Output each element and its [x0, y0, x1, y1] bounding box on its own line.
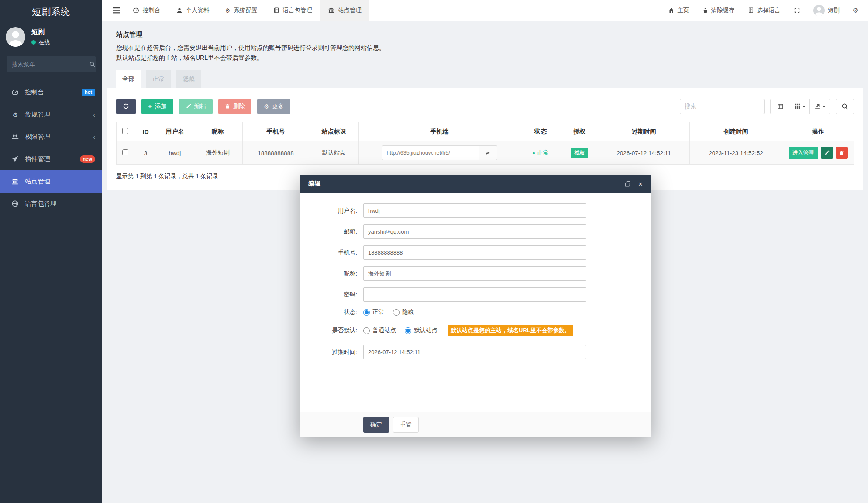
search-icon[interactable] — [89, 61, 96, 68]
hot-badge: hot — [82, 89, 95, 96]
tab-profile[interactable]: 个人资料 — [169, 0, 217, 21]
cell-status: ●正常 — [520, 141, 561, 165]
cell-site-flag: 默认站点 — [309, 141, 359, 165]
maximize-icon[interactable] — [625, 181, 631, 187]
view-button-group — [770, 99, 830, 114]
refresh-icon — [123, 103, 129, 110]
status-label: 状态: — [300, 308, 363, 316]
confirm-button[interactable]: 确定 — [363, 417, 389, 433]
username-field[interactable] — [363, 203, 586, 218]
sidebar-item-plugins[interactable]: 插件管理 new — [0, 148, 102, 170]
chevron-left-icon: ‹ — [93, 134, 95, 141]
sidebar-item-sites[interactable]: 站点管理 — [0, 170, 102, 193]
edit-modal: 编辑 – × 用户名: 邮箱: 手机号: 昵称: — [300, 175, 651, 437]
default-radio-default[interactable] — [405, 327, 411, 334]
close-icon[interactable]: × — [638, 180, 643, 188]
row-checkbox[interactable] — [122, 149, 128, 155]
page-title: 站点管理 — [116, 31, 854, 39]
user-icon — [176, 7, 183, 14]
pencil-icon — [824, 150, 830, 155]
email-field[interactable] — [363, 224, 586, 239]
tab-langpack[interactable]: 语言包管理 — [265, 0, 320, 21]
modal-window-controls: – × — [614, 180, 643, 188]
field-row-default: 是否默认: 普通站点 默认站点 默认站点是您的主站，域名URL里不会带参数。 — [300, 325, 651, 336]
modal-header[interactable]: 编辑 – × — [300, 175, 651, 193]
search-submit-button[interactable] — [836, 99, 854, 114]
settings-menu[interactable]: ⚙ — [853, 7, 858, 14]
more-button[interactable]: ⚙ 更多 — [257, 99, 291, 114]
row-edit-button[interactable] — [821, 147, 833, 159]
app-root: 短剧系统 短剧 在线 控制台 hot ⚙ 常规管理 — [0, 0, 868, 503]
auth-badge[interactable]: 授权 — [571, 148, 588, 158]
sites-table: ID 用户名 昵称 手机号 站点标识 手机端 状态 授权 过期时间 创建时间 操… — [116, 122, 854, 165]
cogs-icon: ⚙ — [11, 111, 19, 118]
reset-button[interactable]: 重置 — [393, 417, 419, 433]
username-label: 用户名: — [300, 207, 363, 215]
tab-dashboard[interactable]: 控制台 — [125, 0, 169, 21]
select-all-checkbox[interactable] — [122, 128, 128, 134]
add-button[interactable]: + 添加 — [141, 99, 173, 114]
sidebar-item-dashboard[interactable]: 控制台 hot — [0, 81, 102, 103]
sidebar-item-general[interactable]: ⚙ 常规管理 ‹ — [0, 103, 102, 126]
field-row-status: 状态: 正常 隐藏 — [300, 308, 651, 316]
home-icon — [668, 7, 675, 14]
nav-username: 短剧 — [828, 7, 840, 14]
sidebar-search — [7, 56, 96, 72]
expire-time-field[interactable] — [363, 345, 586, 359]
sidebar-search-input[interactable] — [12, 61, 89, 68]
fullscreen-toggle[interactable] — [794, 7, 800, 14]
status-option-normal[interactable]: 正常 — [363, 308, 384, 316]
default-option-ordinary[interactable]: 普通站点 — [363, 327, 396, 334]
filter-tab-all[interactable]: 全部 — [116, 70, 141, 88]
cell-operations: 进入管理 — [782, 141, 854, 165]
phone-field[interactable] — [363, 245, 586, 260]
language-book-icon — [748, 7, 754, 14]
field-row-password: 密码: — [300, 287, 651, 302]
field-row-nickname: 昵称: — [300, 266, 651, 281]
export-icon — [814, 103, 820, 109]
status-radio-normal[interactable] — [363, 309, 370, 316]
panel-header: 站点管理 您现在是在超管后台，您需要退出当前用户，使用站点的账号密码进行登录则可… — [107, 31, 863, 62]
minimize-icon[interactable]: – — [614, 181, 618, 187]
mobile-url-input[interactable] — [382, 145, 479, 160]
home-link[interactable]: 主页 — [668, 7, 689, 14]
cell-expire-time: 2026-07-12 14:52:11 — [598, 141, 690, 165]
modal-footer: 确定 重置 — [300, 412, 651, 437]
table-row: 3 hwdj 海外短剧 18888888888 默认站点 — [117, 141, 854, 165]
nickname-field[interactable] — [363, 266, 586, 281]
password-field[interactable] — [363, 287, 586, 302]
default-option-default[interactable]: 默认站点 — [405, 327, 437, 334]
sidebar-user-block: 短剧 在线 — [0, 24, 102, 52]
trash-icon — [225, 103, 230, 109]
status-dot-icon: ● — [532, 150, 535, 155]
table-view-button[interactable] — [771, 99, 790, 114]
choose-language-link[interactable]: 选择语言 — [748, 7, 781, 14]
status-radio-hidden[interactable] — [393, 309, 400, 316]
delete-button[interactable]: 删除 — [218, 99, 251, 114]
trash-icon — [839, 150, 844, 155]
clear-cache-link[interactable]: 清除缓存 — [703, 7, 735, 14]
filter-tab-normal[interactable]: 正常 — [146, 70, 171, 88]
table-toolbar: + 添加 编辑 删除 ⚙ 更多 — [116, 99, 854, 114]
nav-user[interactable]: 短剧 — [813, 5, 840, 16]
status-option-hidden[interactable]: 隐藏 — [393, 308, 414, 316]
tab-sites[interactable]: 站点管理 — [320, 0, 369, 21]
hamburger-icon[interactable] — [107, 0, 125, 21]
filter-tabs: 全部 正常 隐藏 — [116, 70, 863, 88]
table-search-input[interactable] — [680, 99, 765, 114]
refresh-button[interactable] — [116, 99, 136, 114]
row-delete-button[interactable] — [836, 147, 848, 159]
columns-button[interactable] — [790, 99, 810, 114]
export-button[interactable] — [810, 99, 830, 114]
copy-link-button[interactable] — [479, 145, 497, 160]
modal-title: 编辑 — [308, 180, 320, 188]
enter-manage-button[interactable]: 进入管理 — [789, 147, 818, 159]
filter-tab-hidden[interactable]: 隐藏 — [176, 70, 201, 88]
sidebar-item-permissions[interactable]: 权限管理 ‹ — [0, 126, 102, 148]
sidebar-item-langpack[interactable]: 语言包管理 — [0, 193, 102, 215]
tab-sysconfig[interactable]: ⚙ 系统配置 — [217, 0, 265, 21]
default-radio-ordinary[interactable] — [363, 327, 370, 334]
edit-button[interactable]: 编辑 — [179, 99, 213, 114]
dashboard-icon — [11, 89, 19, 96]
cell-create-time: 2023-11-23 14:52:52 — [690, 141, 782, 165]
